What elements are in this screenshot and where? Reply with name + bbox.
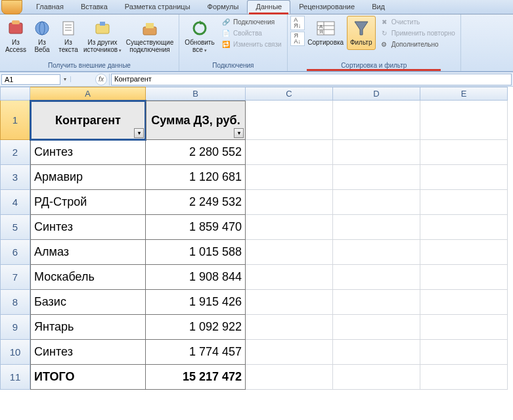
cell-b5[interactable]: 1 859 470 bbox=[146, 215, 246, 240]
cell-c6[interactable] bbox=[246, 240, 333, 265]
tab-page-layout[interactable]: Разметка страницы bbox=[116, 0, 199, 14]
cell-a6[interactable]: Алмаз bbox=[30, 240, 146, 265]
cell-b7[interactable]: 1 908 844 bbox=[146, 265, 246, 290]
cell-b6[interactable]: 1 015 588 bbox=[146, 240, 246, 265]
cell-a3[interactable]: Армавир bbox=[30, 165, 146, 190]
from-web-button[interactable]: Из Веба bbox=[30, 16, 54, 55]
col-header-b[interactable]: B bbox=[146, 87, 246, 101]
filter-button[interactable]: Фильтр bbox=[347, 16, 376, 50]
cell-a5[interactable]: Синтез bbox=[30, 215, 146, 240]
col-header-e[interactable]: E bbox=[420, 87, 508, 101]
filter-dropdown-a[interactable]: ▾ bbox=[134, 128, 144, 138]
row-header-1[interactable]: 1 bbox=[0, 101, 30, 140]
cell-e3[interactable] bbox=[420, 165, 508, 190]
cell-c4[interactable] bbox=[246, 190, 333, 215]
cell-c11[interactable] bbox=[246, 365, 333, 390]
row-header-5[interactable]: 5 bbox=[0, 215, 30, 240]
cell-b9[interactable]: 1 092 922 bbox=[146, 315, 246, 340]
sort-asc-button[interactable]: АЯ↓ bbox=[290, 16, 305, 30]
office-button[interactable] bbox=[1, 0, 22, 14]
cell-b3[interactable]: 1 120 681 bbox=[146, 165, 246, 190]
cell-a1[interactable]: Контрагент▾ bbox=[30, 101, 146, 140]
col-header-a[interactable]: A bbox=[30, 87, 146, 101]
cell-b8[interactable]: 1 915 426 bbox=[146, 290, 246, 315]
cell-e4[interactable] bbox=[420, 190, 508, 215]
cell-e8[interactable] bbox=[420, 290, 508, 315]
existing-connections-button[interactable]: Существующие подключения bbox=[123, 16, 176, 55]
cell-d6[interactable] bbox=[333, 240, 420, 265]
cell-b11[interactable]: 15 217 472 bbox=[146, 365, 246, 390]
col-header-d[interactable]: D bbox=[333, 87, 420, 101]
cell-b1[interactable]: Сумма ДЗ, руб.▾ bbox=[146, 101, 246, 140]
row-header-6[interactable]: 6 bbox=[0, 240, 30, 265]
tab-view[interactable]: Вид bbox=[363, 0, 393, 14]
tab-home[interactable]: Главная bbox=[28, 0, 72, 14]
row-header-10[interactable]: 10 bbox=[0, 340, 30, 365]
cell-e2[interactable] bbox=[420, 140, 508, 165]
cell-d3[interactable] bbox=[333, 165, 420, 190]
row-header-3[interactable]: 3 bbox=[0, 165, 30, 190]
from-access-button[interactable]: Из Access bbox=[3, 16, 29, 55]
tab-insert[interactable]: Вставка bbox=[72, 0, 116, 14]
cell-d4[interactable] bbox=[333, 190, 420, 215]
cell-e9[interactable] bbox=[420, 315, 508, 340]
select-all-corner[interactable] bbox=[0, 87, 30, 101]
cell-d2[interactable] bbox=[333, 140, 420, 165]
from-text-button[interactable]: Из текста bbox=[55, 16, 81, 55]
refresh-all-button[interactable]: Обновить все▾ bbox=[182, 16, 217, 55]
cell-a10[interactable]: Синтез bbox=[30, 340, 146, 365]
cell-d8[interactable] bbox=[333, 290, 420, 315]
cell-c9[interactable] bbox=[246, 315, 333, 340]
name-box[interactable]: A1 bbox=[1, 74, 60, 85]
advanced-filter-button[interactable]: ⚙Дополнительно bbox=[378, 39, 457, 49]
tab-review[interactable]: Рецензирование bbox=[290, 0, 363, 14]
cell-b2[interactable]: 2 280 552 bbox=[146, 140, 246, 165]
cell-a2[interactable]: Синтез bbox=[30, 140, 146, 165]
ribbon: Из Access Из Веба Из текста Из других ис… bbox=[0, 14, 513, 72]
cell-d9[interactable] bbox=[333, 315, 420, 340]
col-header-c[interactable]: C bbox=[246, 87, 333, 101]
cell-b10[interactable]: 1 774 457 bbox=[146, 340, 246, 365]
row-header-7[interactable]: 7 bbox=[0, 265, 30, 290]
cell-a9[interactable]: Янтарь bbox=[30, 315, 146, 340]
cell-e10[interactable] bbox=[420, 340, 508, 365]
cell-d5[interactable] bbox=[333, 215, 420, 240]
cell-d10[interactable] bbox=[333, 340, 420, 365]
from-other-button[interactable]: Из других источников▾ bbox=[83, 16, 122, 55]
tab-formulas[interactable]: Формулы bbox=[199, 0, 248, 14]
cell-a11[interactable]: ИТОГО bbox=[30, 365, 146, 390]
cell-c8[interactable] bbox=[246, 290, 333, 315]
cell-e7[interactable] bbox=[420, 265, 508, 290]
cell-e6[interactable] bbox=[420, 240, 508, 265]
row-header-9[interactable]: 9 bbox=[0, 315, 30, 340]
cell-c5[interactable] bbox=[246, 215, 333, 240]
fx-button[interactable]: fx bbox=[95, 74, 107, 85]
cell-e1[interactable] bbox=[420, 101, 508, 140]
sort-button[interactable]: АЯ Сортировка bbox=[306, 16, 346, 50]
name-box-dropdown[interactable]: ▾ bbox=[62, 76, 71, 82]
tab-data[interactable]: Данные bbox=[247, 0, 290, 14]
row-header-11[interactable]: 11 bbox=[0, 365, 30, 390]
connections-button[interactable]: 🔗Подключения bbox=[220, 16, 283, 27]
cell-c7[interactable] bbox=[246, 265, 333, 290]
row-header-2[interactable]: 2 bbox=[0, 140, 30, 165]
cell-b4[interactable]: 2 249 532 bbox=[146, 190, 246, 215]
cell-c1[interactable] bbox=[246, 101, 333, 140]
sort-desc-button[interactable]: ЯА↓ bbox=[290, 32, 305, 46]
cell-d11[interactable] bbox=[333, 365, 420, 390]
cell-e11[interactable] bbox=[420, 365, 508, 390]
ribbon-tabs: Главная Вставка Разметка страницы Формул… bbox=[0, 0, 513, 14]
cell-d1[interactable] bbox=[333, 101, 420, 140]
cell-c2[interactable] bbox=[246, 140, 333, 165]
cell-d7[interactable] bbox=[333, 265, 420, 290]
cell-a7[interactable]: Москабель bbox=[30, 265, 146, 290]
cell-a4[interactable]: РД-Строй bbox=[30, 190, 146, 215]
cell-e5[interactable] bbox=[420, 215, 508, 240]
cell-a8[interactable]: Базис bbox=[30, 290, 146, 315]
formula-input[interactable]: Контрагент bbox=[111, 74, 512, 85]
filter-dropdown-b[interactable]: ▾ bbox=[234, 128, 244, 138]
cell-c3[interactable] bbox=[246, 165, 333, 190]
row-header-4[interactable]: 4 bbox=[0, 190, 30, 215]
cell-c10[interactable] bbox=[246, 340, 333, 365]
row-header-8[interactable]: 8 bbox=[0, 290, 30, 315]
